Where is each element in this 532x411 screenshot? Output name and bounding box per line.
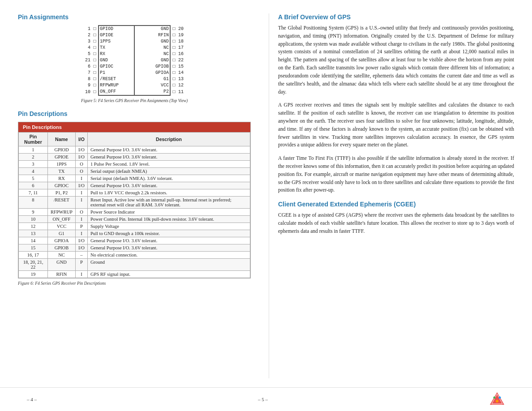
cell-pin: 9 xyxy=(19,209,48,216)
svg-point-3 xyxy=(493,397,496,399)
pin-label-right: RFIN xyxy=(134,32,170,39)
cell-desc: No electrical connection. xyxy=(87,252,250,259)
cell-desc: Supply Voltage xyxy=(87,223,250,230)
pin-label-right: GPIOB xyxy=(134,64,170,70)
cell-pin: 8 xyxy=(19,197,48,209)
right-column: A Brief Overview of GPS The Global Posit… xyxy=(269,13,514,378)
section1-title: A Brief Overview of GPS xyxy=(278,13,514,21)
pin-label-left: RFPWRUP xyxy=(99,82,134,89)
cell-name: GPIOD xyxy=(47,146,75,154)
cell-desc: Pull to 1.8V VCC through 2.2k resistors. xyxy=(87,189,250,197)
cell-pin: 12 xyxy=(19,223,48,230)
table-row: 2 GPIOE I/O General Purpose I/O. 3.6V to… xyxy=(19,154,250,161)
cell-name: GPIOE xyxy=(47,154,75,161)
pin-num-left: 9 xyxy=(82,82,91,89)
cell-name: RFPWRUP xyxy=(47,209,75,216)
chip-diagram-table: 1 □ GPIOD GND □ 20 2 □ GPIOE RFIN □ 19 3… xyxy=(82,25,186,96)
pin-label-left: P1 xyxy=(99,70,134,76)
pin-num-right: 22 xyxy=(177,57,186,64)
pin-box-right: □ xyxy=(170,45,177,51)
cell-pin: 19 xyxy=(19,271,48,278)
cell-pin: 14 xyxy=(19,237,48,244)
cell-name: RX xyxy=(47,175,75,182)
cell-io: O xyxy=(75,209,87,216)
cell-pin: 6 xyxy=(19,182,48,189)
pin-num-right: 18 xyxy=(177,39,186,45)
pin-box-left: □ xyxy=(91,89,99,95)
pin-descriptions-section: Pin Descriptions Pin Descriptions Pin Nu… xyxy=(18,110,251,286)
cell-io: O xyxy=(75,161,87,168)
table-row: 14 GPIOA I/O General Purpose I/O. 3.6V t… xyxy=(19,237,250,244)
cell-name: P1, P2 xyxy=(47,189,75,197)
cell-pin: 10 xyxy=(19,216,48,223)
diagram-caption: Figure 5: F4 Series GPS Receiver Pin Ass… xyxy=(18,98,251,103)
table-row: 10 ON_OFF I Power Control Pin. Internal … xyxy=(19,216,250,223)
cell-name: GND xyxy=(47,259,75,271)
pin-num-right: 11 xyxy=(177,89,186,95)
table-row: 5 RX I Serial input (default NMEA). 3.6V… xyxy=(19,175,250,182)
table-header-row: Pin Number Name I/O Description xyxy=(19,133,250,146)
pin-assignments-title: Pin Assignments xyxy=(18,13,251,21)
pin-label-left: GPIOD xyxy=(99,26,134,32)
pin-label-left: RX xyxy=(99,51,134,57)
table-row: 15 GPIOB I/O General Purpose I/O. 3.6V t… xyxy=(19,244,250,252)
pin-num-left: 3 xyxy=(82,39,91,45)
cell-name: ON_OFF xyxy=(47,216,75,223)
diagram-row: 3 □ 1PPS GND □ 18 xyxy=(82,39,186,45)
pin-label-left: GPIOC xyxy=(99,64,134,70)
cell-desc: General Purpose I/O. 3.6V tolerant. xyxy=(87,146,250,154)
pin-label-left: 1PPS xyxy=(99,39,134,45)
pin-box-right: □ xyxy=(170,57,177,64)
col-pin-number: Pin Number xyxy=(19,133,48,146)
pin-box-right: □ xyxy=(170,76,177,82)
diagram-row: 8 □ /RESET G1 □ 13 xyxy=(82,76,186,82)
cell-io: – xyxy=(75,252,87,259)
diagram-row: 2 □ GPIOE RFIN □ 19 xyxy=(82,32,186,39)
table-row: 3 1PPS O 1 Pulse Per Second. 1.8V level. xyxy=(19,161,250,168)
cell-io: I xyxy=(75,197,87,209)
pin-num-right: 16 xyxy=(177,51,186,57)
pin-label-right: GND xyxy=(134,39,170,45)
cell-desc: Serial input (default NMEA). 3.6V tolera… xyxy=(87,175,250,182)
diagram-row: 1 □ GPIOD GND □ 20 xyxy=(82,26,186,32)
pin-label-right: NC xyxy=(134,45,170,51)
pin-label-right: NC xyxy=(134,51,170,57)
cell-name: /RESET xyxy=(47,197,75,209)
cell-io: I/O xyxy=(75,237,87,244)
pin-label-left: ON_OFF xyxy=(99,89,134,95)
pin-num-right: 20 xyxy=(177,26,186,32)
pin-box-right: □ xyxy=(170,70,177,76)
pin-num-right: 14 xyxy=(177,70,186,76)
pin-num-left: 2 xyxy=(82,32,91,39)
table-row: 6 GPIOC I/O General Purpose I/O. 3.6V to… xyxy=(19,182,250,189)
pin-num-left: 5 xyxy=(82,51,91,57)
cell-pin: 3 xyxy=(19,161,48,168)
pin-box-left: □ xyxy=(91,39,99,45)
pin-box-right: □ xyxy=(170,39,177,45)
col-description: Description xyxy=(87,133,250,146)
cell-name: RFIN xyxy=(47,271,75,278)
pin-label-right: VCC xyxy=(134,82,170,89)
table-row: 4 TX O Serial output (default NMEA) xyxy=(19,168,250,175)
svg-point-2 xyxy=(496,400,498,402)
cell-name: TX xyxy=(47,168,75,175)
article-paragraph: The Global Positioning System (GPS) is a… xyxy=(278,24,514,96)
pin-box-right: □ xyxy=(170,64,177,70)
pin-num-left: 8 xyxy=(82,76,91,82)
pin-num-right: 12 xyxy=(177,82,186,89)
pin-box-right: □ xyxy=(170,89,177,95)
pin-label-right: GND xyxy=(134,26,170,32)
cell-name: GPIOC xyxy=(47,182,75,189)
pin-box-left: □ xyxy=(91,57,99,64)
diagram-row: 4 □ TX NC □ 17 xyxy=(82,45,186,51)
cell-desc: General Purpose I/O. 3.6V tolerant. xyxy=(87,182,250,189)
pin-box-right: □ xyxy=(170,26,177,32)
cell-desc: General Purpose I/O. 3.6V tolerant. xyxy=(87,154,250,161)
cell-io: I/O xyxy=(75,154,87,161)
cell-pin: 5 xyxy=(19,175,48,182)
pin-box-left: □ xyxy=(91,45,99,51)
svg-point-4 xyxy=(499,397,501,399)
pin-label-left: /RESET xyxy=(99,76,134,82)
cell-io: P xyxy=(75,223,87,230)
diagram-row: 5 □ RX NC □ 16 xyxy=(82,51,186,57)
